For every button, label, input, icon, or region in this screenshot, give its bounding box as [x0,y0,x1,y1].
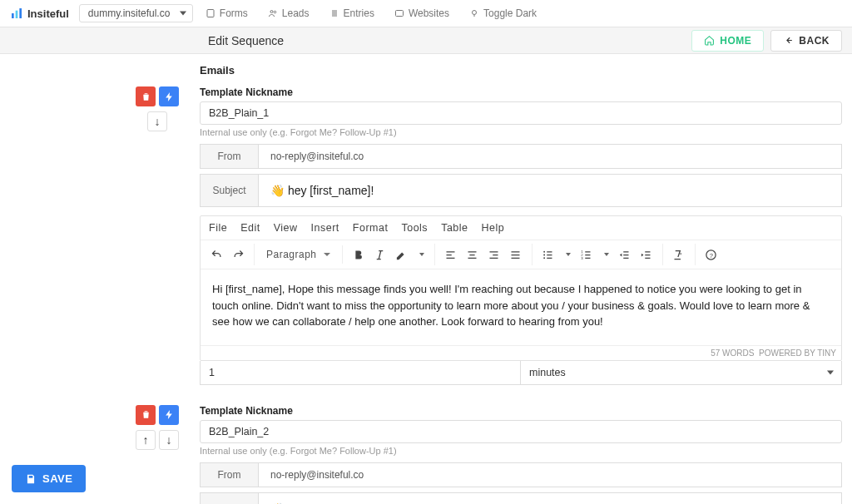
bolt-icon [164,91,175,102]
subject-label: Subject [200,492,258,505]
nav-toggle-dark-label: Toggle Dark [483,7,537,19]
number-list-menu[interactable] [597,244,614,265]
subject-input[interactable] [258,492,842,505]
textcolor-button[interactable] [391,244,413,265]
italic-icon [374,249,386,261]
menu-format[interactable]: Format [353,222,389,234]
redo-icon [232,249,245,261]
nav-entries-label: Entries [344,7,374,19]
svg-point-13 [270,11,273,13]
help-icon [705,249,717,261]
svg-rect-15 [395,11,403,17]
undo-icon [211,249,223,261]
svg-rect-12 [207,10,214,17]
bold-button[interactable] [348,244,369,265]
align-left-button[interactable] [440,244,462,265]
menu-edit[interactable]: Edit [240,222,260,234]
move-down-button[interactable]: ↓ [147,111,167,131]
page-title: Edit Sequence [10,34,685,47]
align-left-icon [444,249,457,261]
back-button-label: BACK [799,35,830,47]
align-center-button[interactable] [462,244,483,265]
indent-icon [640,249,652,261]
bolt-icon [164,409,175,420]
back-button[interactable]: BACK [770,30,842,52]
delete-button[interactable] [136,405,156,425]
number-icon [580,249,592,261]
domain-select[interactable]: dummy.insiteful.co [79,4,193,22]
textcolor-menu[interactable] [413,244,429,265]
align-justify-icon [509,249,522,261]
undo-button[interactable] [206,244,227,265]
italic-button[interactable] [369,244,391,265]
emails-heading: Emails [200,64,842,77]
outdent-button[interactable] [614,244,636,265]
trash-icon [141,91,151,102]
nickname-input[interactable] [200,101,842,125]
menu-file[interactable]: File [209,222,227,234]
delay-unit-select[interactable]: minutes [521,361,842,385]
delay-value-input[interactable] [200,361,521,385]
menu-tools[interactable]: Tools [401,222,428,234]
leads-icon [268,8,278,18]
align-center-icon [466,249,478,261]
trash-icon [141,409,151,420]
subject-label: Subject [200,174,258,207]
nav-toggle-dark[interactable]: Toggle Dark [462,7,544,19]
help-button[interactable] [701,244,722,265]
svg-rect-11 [19,8,22,18]
redo-button[interactable] [227,244,249,265]
nickname-input[interactable] [200,420,842,443]
menu-insert[interactable]: Insert [311,222,339,234]
bullet-list-menu[interactable] [559,244,576,265]
rich-editor: File Edit View Insert Format Tools Table… [200,215,842,361]
nav-forms[interactable]: Forms [198,7,255,19]
subject-input[interactable] [258,174,842,207]
entries-icon [329,8,339,18]
bullet-list-button[interactable] [537,244,559,265]
svg-point-16 [473,11,477,15]
nav-leads-label: Leads [282,7,310,19]
menu-view[interactable]: View [274,222,298,234]
pen-icon [395,249,408,261]
from-value: no-reply@insiteful.co [258,462,842,487]
align-right-icon [488,249,500,261]
home-button[interactable]: HOME [691,30,764,52]
nickname-hint: Internal use only (e.g. Forgot Me? Follo… [200,127,842,137]
email-block: ↑ ↓ Template Nickname Internal use only … [200,405,842,505]
editor-toolbar: Paragraph [201,240,841,269]
editor-menubar: File Edit View Insert Format Tools Table… [201,216,841,240]
svg-rect-10 [16,11,18,18]
move-down-button[interactable]: ↓ [159,430,179,450]
bullet-icon [542,249,554,261]
brand[interactable]: Insiteful [10,7,69,20]
word-count: 57 WORDS [711,348,754,358]
svg-point-14 [274,11,276,13]
outdent-icon [618,249,631,261]
test-button[interactable] [159,86,179,106]
brand-icon [10,7,23,20]
nickname-hint: Internal use only (e.g. Forgot Me? Follo… [200,446,842,456]
delete-button[interactable] [136,86,156,106]
powered-by: POWERED BY TINY [759,348,836,358]
align-right-button[interactable] [483,244,505,265]
move-up-button[interactable]: ↑ [136,430,156,450]
bold-icon [352,249,364,261]
from-label: From [200,144,258,169]
brand-text: Insiteful [27,7,69,20]
nav-forms-label: Forms [220,7,248,19]
align-justify-button[interactable] [505,244,527,265]
paragraph-select[interactable]: Paragraph [260,245,337,264]
indent-button[interactable] [636,244,657,265]
menu-help[interactable]: Help [482,222,505,234]
save-button[interactable]: SAVE [12,465,86,492]
nickname-label: Template Nickname [200,405,842,417]
nav-entries[interactable]: Entries [322,7,382,19]
clear-format-button[interactable] [668,244,690,265]
test-button[interactable] [159,405,179,425]
nav-websites[interactable]: Websites [387,7,457,19]
nav-leads[interactable]: Leads [260,7,317,19]
menu-table[interactable]: Table [441,222,468,234]
number-list-button[interactable] [576,244,597,265]
editor-body[interactable]: Hi [first_name], Hope this message finds… [201,269,841,345]
